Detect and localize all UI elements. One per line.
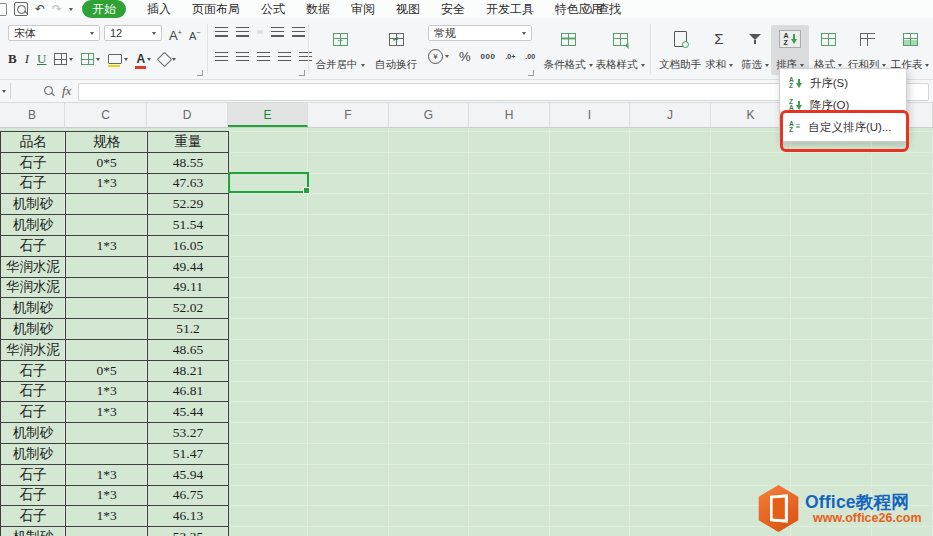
tab-公式[interactable]: 公式: [261, 1, 285, 17]
cell[interactable]: 机制砂: [1, 527, 66, 536]
cell[interactable]: [66, 319, 148, 340]
cell[interactable]: 48.21: [148, 361, 229, 382]
decrease-font-button[interactable]: A−: [189, 25, 200, 44]
tab-数据[interactable]: 数据: [306, 1, 330, 17]
decrease-decimal-button[interactable]: .00: [525, 53, 535, 60]
column-header-B[interactable]: B: [0, 103, 65, 127]
cell[interactable]: 机制砂: [1, 298, 66, 319]
insert-function-icon[interactable]: [44, 86, 53, 95]
tab-审阅[interactable]: 审阅: [351, 1, 375, 17]
cell[interactable]: [66, 527, 148, 536]
percent-button[interactable]: %: [459, 49, 471, 64]
fill-color-button[interactable]: [108, 54, 128, 64]
cell[interactable]: [66, 423, 148, 444]
header-cell[interactable]: 规格: [66, 132, 148, 153]
distribute-icon[interactable]: [299, 52, 312, 62]
cell[interactable]: 华润水泥: [1, 257, 66, 278]
cell[interactable]: [66, 257, 148, 278]
cell[interactable]: 45.94: [148, 465, 229, 486]
tab-开始[interactable]: 开始: [82, 0, 126, 18]
cell[interactable]: 石子: [1, 153, 66, 174]
align-middle-icon[interactable]: [236, 27, 249, 37]
cell[interactable]: 1*3: [66, 402, 148, 423]
cell[interactable]: 机制砂: [1, 215, 66, 236]
selected-cell[interactable]: [228, 172, 309, 193]
cell[interactable]: 45.44: [148, 402, 229, 423]
tab-页面布局[interactable]: 页面布局: [192, 1, 240, 17]
cell[interactable]: 46.75: [148, 486, 229, 507]
thousands-separator-button[interactable]: 000: [481, 52, 496, 61]
align-center-icon[interactable]: [236, 52, 249, 62]
borders-button[interactable]: [54, 53, 73, 65]
quick-access-dropdown-icon[interactable]: [69, 8, 73, 11]
cell[interactable]: 1*3: [66, 506, 148, 527]
bold-button[interactable]: B: [8, 51, 17, 67]
cell[interactable]: [66, 194, 148, 215]
column-header-F[interactable]: F: [308, 103, 389, 127]
cell[interactable]: 华润水泥: [1, 278, 66, 299]
cell[interactable]: 52.29: [148, 194, 229, 215]
currency-button[interactable]: ¥: [428, 49, 449, 64]
cell[interactable]: 华润水泥: [1, 340, 66, 361]
sum-button[interactable]: Σ 求和: [700, 25, 738, 75]
column-header-J[interactable]: J: [630, 103, 711, 127]
cell[interactable]: 47.63: [148, 174, 229, 195]
font-group-dialog-launcher[interactable]: [197, 70, 203, 76]
italic-button[interactable]: I: [25, 51, 29, 67]
cell[interactable]: 机制砂: [1, 194, 66, 215]
cell[interactable]: 49.11: [148, 278, 229, 299]
cell[interactable]: 46.81: [148, 382, 229, 403]
cell[interactable]: 机制砂: [1, 423, 66, 444]
font-name-select[interactable]: 宋体: [8, 25, 100, 41]
cell[interactable]: [66, 215, 148, 236]
cell[interactable]: 52.02: [148, 298, 229, 319]
align-right-icon[interactable]: [257, 52, 270, 62]
cell[interactable]: 16.05: [148, 236, 229, 257]
cell[interactable]: 51.47: [148, 444, 229, 465]
cell[interactable]: [66, 444, 148, 465]
align-left-icon[interactable]: [215, 52, 228, 62]
cell[interactable]: 石子: [1, 236, 66, 257]
name-box-dropdown-icon[interactable]: [2, 90, 6, 93]
column-header-G[interactable]: G: [389, 103, 469, 127]
print-preview-icon[interactable]: [14, 2, 28, 16]
decrease-indent-icon[interactable]: [271, 27, 284, 37]
sort-menu-item-1[interactable]: AZ升序(S): [780, 72, 906, 94]
filter-button[interactable]: 筛选: [737, 25, 773, 75]
cell[interactable]: 51.2: [148, 319, 229, 340]
doc-assistant-button[interactable]: 文档助手: [654, 25, 706, 75]
font-size-select[interactable]: 12: [104, 25, 162, 41]
cell[interactable]: 1*3: [66, 236, 148, 257]
cell[interactable]: 48.55: [148, 153, 229, 174]
redo-icon[interactable]: ↷: [52, 3, 62, 15]
tab-安全[interactable]: 安全: [441, 1, 465, 17]
cell[interactable]: [66, 298, 148, 319]
table-style-button[interactable]: 表格样式: [592, 25, 648, 75]
align-group-dialog-launcher[interactable]: [299, 70, 305, 76]
cell[interactable]: 石子: [1, 506, 66, 527]
number-group-dialog-launcher[interactable]: [528, 70, 534, 76]
cell[interactable]: 石子: [1, 174, 66, 195]
cell[interactable]: 51.54: [148, 215, 229, 236]
cell[interactable]: [66, 340, 148, 361]
cell[interactable]: 1*3: [66, 465, 148, 486]
column-header-H[interactable]: H: [469, 103, 550, 127]
wrap-text-button[interactable]: ↵ 自动换行: [372, 25, 420, 75]
cell-shading-button[interactable]: [81, 53, 100, 65]
underline-button[interactable]: U: [37, 51, 46, 67]
cell[interactable]: 机制砂: [1, 319, 66, 340]
sheet-area[interactable]: 品名规格重量石子0*548.55石子1*347.63机制砂52.29机制砂51.…: [0, 128, 933, 536]
cell[interactable]: 48.65: [148, 340, 229, 361]
cell[interactable]: 石子: [1, 382, 66, 403]
cell[interactable]: 石子: [1, 465, 66, 486]
header-cell[interactable]: 重量: [148, 132, 229, 153]
cell[interactable]: 机制砂: [1, 444, 66, 465]
justify-icon[interactable]: [278, 52, 291, 62]
merge-center-button[interactable]: ↔ 合并居中: [312, 25, 368, 75]
header-cell[interactable]: 品名: [1, 132, 66, 153]
cell[interactable]: 1*3: [66, 382, 148, 403]
cell[interactable]: 53.27: [148, 423, 229, 444]
cell[interactable]: 46.13: [148, 506, 229, 527]
cell[interactable]: 1*3: [66, 174, 148, 195]
cell[interactable]: 石子: [1, 486, 66, 507]
